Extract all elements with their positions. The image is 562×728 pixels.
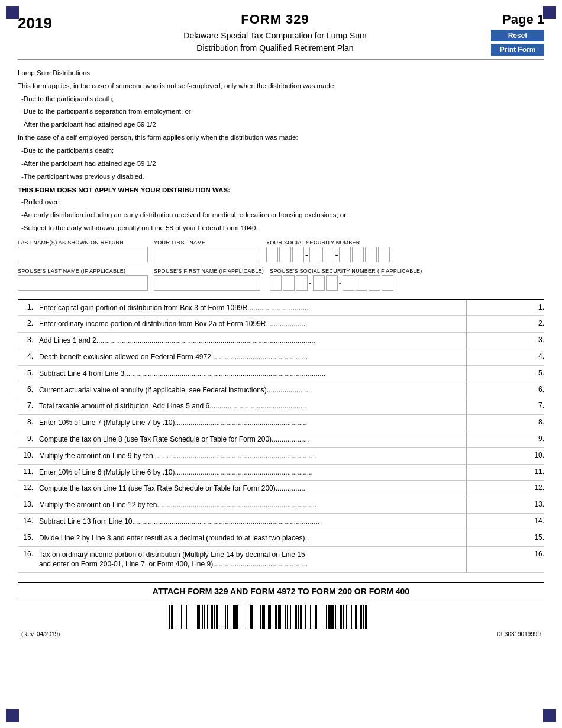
spouse-ssn-label: SPOUSE'S SOCIAL SECURITY NUMBER (IF APPL… bbox=[270, 268, 422, 274]
line-end-num-5: 5. bbox=[525, 366, 544, 382]
last-name-input[interactable] bbox=[18, 247, 148, 262]
spouse-first-name-input[interactable] bbox=[154, 275, 260, 291]
svg-rect-19 bbox=[217, 605, 218, 629]
ssn-box-7[interactable] bbox=[352, 247, 364, 262]
ssn-box-6[interactable] bbox=[339, 247, 351, 262]
ssn-box-3[interactable] bbox=[292, 247, 304, 262]
line-value-input-7[interactable] bbox=[466, 398, 525, 414]
line-value-input-10[interactable] bbox=[466, 448, 525, 464]
line-num-4: 4. bbox=[18, 349, 35, 365]
ssn-box-8[interactable] bbox=[365, 247, 377, 262]
line-end-num-1: 1. bbox=[525, 300, 544, 316]
spouse-ssn-box-5[interactable] bbox=[326, 275, 338, 291]
reset-button[interactable]: Reset bbox=[491, 30, 544, 41]
ssn-box-9[interactable] bbox=[378, 247, 390, 262]
line-row-13: 13.Multiply the amount on Line 12 by ten… bbox=[18, 497, 544, 514]
svg-rect-49 bbox=[292, 605, 292, 629]
barcode-section bbox=[18, 605, 544, 629]
svg-rect-34 bbox=[262, 605, 263, 629]
name-row-2: SPOUSE'S LAST NAME (IF APPLICABLE) SPOUS… bbox=[18, 268, 544, 291]
line-value-input-16[interactable] bbox=[466, 547, 525, 573]
svg-rect-4 bbox=[181, 605, 182, 629]
list1-item0: -Due to the participant's death; bbox=[21, 94, 544, 105]
svg-rect-1 bbox=[171, 605, 172, 629]
spouse-ssn-box-2[interactable] bbox=[283, 275, 295, 291]
line-desc-15: Divide Line 2 by Line 3 and enter result… bbox=[35, 530, 466, 546]
svg-rect-23 bbox=[227, 605, 228, 629]
line-desc-6: Current actuarial value of annuity (if a… bbox=[35, 382, 466, 398]
intro-para1: This form applies, in the case of someon… bbox=[18, 81, 544, 92]
line-desc-2: Enter ordinary income portion of distrib… bbox=[35, 316, 466, 332]
line-value-input-5[interactable] bbox=[466, 366, 525, 382]
line-row-16: 16.Tax on ordinary income portion of dis… bbox=[18, 547, 544, 574]
line-row-9: 9.Compute the tax on Line 8 (use Tax Rat… bbox=[18, 431, 544, 448]
svg-rect-60 bbox=[326, 605, 327, 629]
svg-rect-32 bbox=[251, 605, 253, 629]
svg-rect-38 bbox=[268, 605, 270, 629]
line-desc-12: Compute the tax on Line 11 (use Tax Rate… bbox=[35, 481, 466, 497]
line-row-10: 10.Multiply the amount on Line 9 by ten.… bbox=[18, 448, 544, 465]
line-value-input-13[interactable] bbox=[466, 497, 525, 513]
svg-rect-48 bbox=[290, 605, 291, 629]
spouse-ssn-box-9[interactable] bbox=[382, 275, 393, 291]
line-end-num-11: 11. bbox=[525, 465, 544, 481]
spouse-first-name-group: SPOUSE'S FIRST NAME (IF APPLICABLE) bbox=[154, 268, 264, 291]
svg-rect-51 bbox=[296, 605, 297, 629]
svg-rect-80 bbox=[366, 605, 367, 629]
line-value-input-4[interactable] bbox=[466, 349, 525, 365]
spouse-last-name-input[interactable] bbox=[18, 275, 148, 291]
line-value-input-9[interactable] bbox=[466, 431, 525, 447]
ssn-input-segment: - - bbox=[266, 247, 390, 262]
line-value-input-8[interactable] bbox=[466, 415, 525, 431]
instructions-section: Lump Sum Distributions This form applies… bbox=[18, 68, 544, 234]
spouse-ssn-box-6[interactable] bbox=[343, 275, 354, 291]
svg-rect-70 bbox=[345, 605, 345, 629]
svg-rect-13 bbox=[206, 605, 206, 629]
svg-rect-64 bbox=[332, 605, 334, 629]
svg-rect-74 bbox=[355, 605, 356, 629]
svg-rect-0 bbox=[169, 605, 170, 629]
svg-rect-2 bbox=[172, 605, 173, 629]
ssn-box-1[interactable] bbox=[266, 247, 278, 262]
line-value-input-11[interactable] bbox=[466, 465, 525, 481]
spouse-ssn-box-3[interactable] bbox=[296, 275, 308, 291]
name-row-1: LAST NAME(S) AS SHOWN ON RETURN YOUR FIR… bbox=[18, 240, 544, 262]
spouse-ssn-box-4[interactable] bbox=[313, 275, 325, 291]
first-name-label: YOUR FIRST NAME bbox=[154, 240, 260, 246]
list2-item1: -After the participant had attained age … bbox=[21, 159, 544, 169]
line-value-input-3[interactable] bbox=[466, 333, 525, 349]
ssn-box-5[interactable] bbox=[322, 247, 334, 262]
svg-rect-28 bbox=[237, 605, 238, 629]
line-value-input-14[interactable] bbox=[466, 514, 525, 530]
spouse-ssn-box-8[interactable] bbox=[369, 275, 380, 291]
line-desc-10: Multiply the amount on Line 9 by ten....… bbox=[35, 448, 466, 464]
svg-rect-26 bbox=[233, 605, 235, 629]
line-value-input-2[interactable] bbox=[466, 316, 525, 332]
spouse-ssn-box-7[interactable] bbox=[356, 275, 367, 291]
svg-rect-47 bbox=[287, 605, 288, 629]
line-value-input-15[interactable] bbox=[466, 530, 525, 546]
corner-mark-tr bbox=[543, 6, 556, 19]
line-num-15: 15. bbox=[18, 530, 35, 546]
svg-rect-9 bbox=[198, 605, 200, 629]
svg-rect-29 bbox=[241, 605, 241, 629]
line-desc-9: Compute the tax on Line 8 (use Tax Rate … bbox=[35, 431, 466, 447]
first-name-input[interactable] bbox=[154, 247, 260, 262]
ssn-box-4[interactable] bbox=[309, 247, 321, 262]
corner-mark-bl bbox=[6, 709, 19, 722]
last-name-group: LAST NAME(S) AS SHOWN ON RETURN bbox=[18, 240, 148, 262]
line-row-5: 5.Subtract Line 4 from Line 3...........… bbox=[18, 366, 544, 382]
line-value-input-1[interactable] bbox=[466, 300, 525, 316]
svg-rect-46 bbox=[285, 605, 286, 629]
header-center: FORM 329 Delaware Special Tax Computatio… bbox=[65, 12, 485, 54]
line-row-14: 14.Subtract Line 13 from Line 10........… bbox=[18, 514, 544, 530]
line-value-input-6[interactable] bbox=[466, 382, 525, 398]
svg-rect-44 bbox=[280, 605, 281, 629]
ssn-box-2[interactable] bbox=[279, 247, 291, 262]
line-num-7: 7. bbox=[18, 398, 35, 414]
lines-section: 1.Enter capital gain portion of distribu… bbox=[18, 299, 544, 574]
svg-rect-25 bbox=[232, 605, 232, 629]
line-value-input-12[interactable] bbox=[466, 481, 525, 497]
spouse-ssn-box-1[interactable] bbox=[270, 275, 282, 291]
print-button[interactable]: Print Form bbox=[491, 44, 544, 56]
